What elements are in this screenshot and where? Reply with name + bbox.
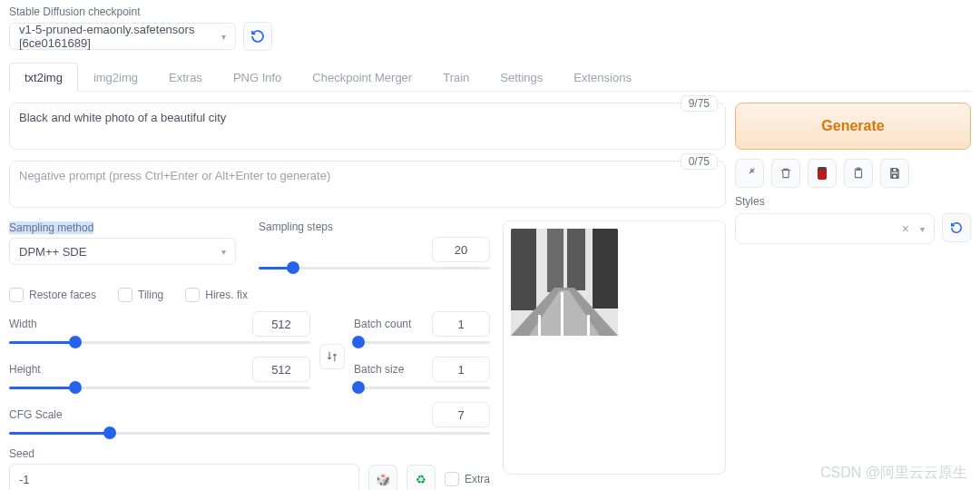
tiling-checkbox[interactable]: Tiling xyxy=(118,288,163,302)
styles-select[interactable]: ×▾ xyxy=(735,213,935,244)
chevron-down-icon: ▾ xyxy=(920,224,925,234)
width-slider[interactable] xyxy=(9,337,310,348)
sampling-method-label: Sampling method xyxy=(9,221,93,234)
arrow-in-icon xyxy=(743,167,756,180)
seed-extra-checkbox[interactable]: Extra xyxy=(445,472,490,486)
tab-pnginfo[interactable]: PNG Info xyxy=(218,63,297,92)
city-thumbnail-icon xyxy=(511,229,618,336)
output-image-thumbnail[interactable] xyxy=(511,229,618,336)
width-label: Width xyxy=(9,318,37,330)
tab-txt2img[interactable]: txt2img xyxy=(9,63,78,92)
cfg-slider[interactable] xyxy=(9,427,490,438)
swap-dimensions-button[interactable] xyxy=(319,344,345,369)
svg-rect-1 xyxy=(511,229,536,310)
reload-checkpoint-button[interactable] xyxy=(243,22,272,51)
sampling-method-value: DPM++ SDE xyxy=(19,245,86,259)
seed-label: Seed xyxy=(9,447,490,460)
sampling-method-select[interactable]: DPM++ SDE xyxy=(9,238,236,265)
batch-count-value[interactable]: 1 xyxy=(432,311,490,337)
refresh-styles-button[interactable] xyxy=(942,213,971,242)
tab-extensions[interactable]: Extensions xyxy=(558,63,647,92)
negative-prompt-input[interactable]: 0/75 Negative prompt (press Ctrl+Enter o… xyxy=(9,161,726,208)
sampling-steps-slider[interactable] xyxy=(259,262,490,273)
sampling-steps-label: Sampling steps xyxy=(259,220,490,233)
dice-icon: 🎲 xyxy=(376,473,390,486)
prompt-text: Black and white photo of a beautiful cit… xyxy=(19,111,226,124)
seed-random-button[interactable]: 🎲 xyxy=(368,465,397,490)
hires-fix-checkbox[interactable]: Hires. fix xyxy=(185,288,248,302)
clipboard-icon xyxy=(852,167,865,180)
svg-rect-2 xyxy=(593,229,618,309)
recycle-icon: ♻ xyxy=(416,473,426,486)
styles-apply-button[interactable] xyxy=(808,159,837,188)
height-value[interactable]: 512 xyxy=(252,357,310,382)
save-icon xyxy=(888,167,901,180)
checkpoint-value: v1-5-pruned-emaonly.safetensors [6ce0161… xyxy=(19,23,221,50)
refresh-icon xyxy=(950,221,963,234)
clear-button[interactable] xyxy=(771,159,800,188)
height-label: Height xyxy=(9,363,41,376)
svg-rect-8 xyxy=(538,315,541,336)
main-tabs: txt2img img2img Extras PNG Info Checkpoi… xyxy=(9,62,971,92)
cfg-value[interactable]: 7 xyxy=(432,402,490,427)
refresh-icon xyxy=(250,29,265,44)
width-value[interactable]: 512 xyxy=(252,311,310,337)
watermark: CSDN @阿里云云原生 xyxy=(820,464,967,483)
batch-size-slider[interactable] xyxy=(354,382,490,393)
tab-train[interactable]: Train xyxy=(427,63,485,92)
generate-button[interactable]: Generate xyxy=(735,103,971,150)
svg-rect-3 xyxy=(547,229,564,292)
save-style-button[interactable] xyxy=(880,159,909,188)
batch-size-label: Batch size xyxy=(354,363,404,376)
styles-label: Styles xyxy=(735,195,971,208)
tab-settings[interactable]: Settings xyxy=(485,63,558,92)
neg-prompt-placeholder: Negative prompt (press Ctrl+Enter or Alt… xyxy=(19,169,330,182)
neg-prompt-token-counter: 0/75 xyxy=(681,153,718,170)
output-gallery[interactable] xyxy=(503,220,726,475)
swap-icon xyxy=(326,350,338,363)
cfg-label: CFG Scale xyxy=(9,408,63,421)
clear-styles-icon[interactable]: × xyxy=(902,221,909,236)
paste-button[interactable] xyxy=(844,159,873,188)
tab-checkpoint-merger[interactable]: Checkpoint Merger xyxy=(297,63,427,92)
svg-rect-4 xyxy=(567,229,585,290)
tab-img2img[interactable]: img2img xyxy=(78,63,153,92)
seed-input[interactable]: -1 xyxy=(9,464,359,490)
prompt-token-counter: 9/75 xyxy=(681,95,718,112)
restore-faces-checkbox[interactable]: Restore faces xyxy=(9,288,96,302)
batch-size-value[interactable]: 1 xyxy=(432,357,490,382)
tab-extras[interactable]: Extras xyxy=(153,63,218,92)
height-slider[interactable] xyxy=(9,382,310,393)
svg-rect-7 xyxy=(561,292,564,336)
seed-reuse-button[interactable]: ♻ xyxy=(407,465,436,490)
interrogate-button[interactable] xyxy=(735,159,764,188)
batch-count-slider[interactable] xyxy=(354,337,490,348)
batch-count-label: Batch count xyxy=(354,318,411,330)
checkpoint-select[interactable]: v1-5-pruned-emaonly.safetensors [6ce0161… xyxy=(9,23,236,50)
svg-rect-9 xyxy=(587,315,590,336)
checkpoint-label: Stable Diffusion checkpoint xyxy=(9,5,971,18)
card-icon xyxy=(818,167,827,180)
prompt-input[interactable]: 9/75 Black and white photo of a beautifu… xyxy=(9,103,726,150)
sampling-steps-value[interactable]: 20 xyxy=(432,237,490,262)
trash-icon xyxy=(779,167,792,180)
